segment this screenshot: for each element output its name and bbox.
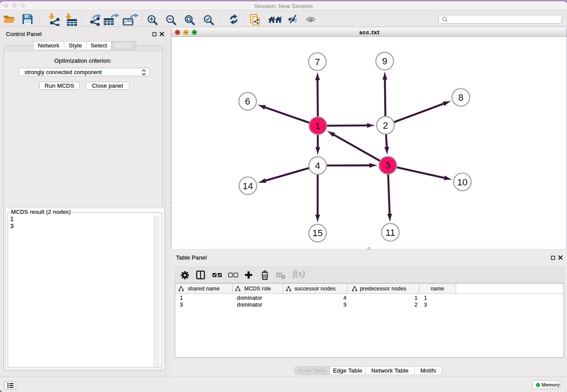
svg-text:7: 7 — [315, 57, 320, 67]
svg-text:2: 2 — [383, 120, 388, 131]
svg-text:4: 4 — [315, 160, 320, 171]
svg-text:15: 15 — [312, 228, 323, 238]
svg-text:9: 9 — [382, 56, 387, 66]
svg-text:3: 3 — [385, 160, 390, 171]
svg-text:11: 11 — [385, 227, 395, 238]
svg-text:8: 8 — [458, 92, 463, 103]
svg-text:1: 1 — [315, 121, 320, 131]
svg-text:14: 14 — [242, 181, 253, 191]
svg-text:10: 10 — [457, 177, 468, 188]
svg-text:6: 6 — [245, 96, 250, 107]
